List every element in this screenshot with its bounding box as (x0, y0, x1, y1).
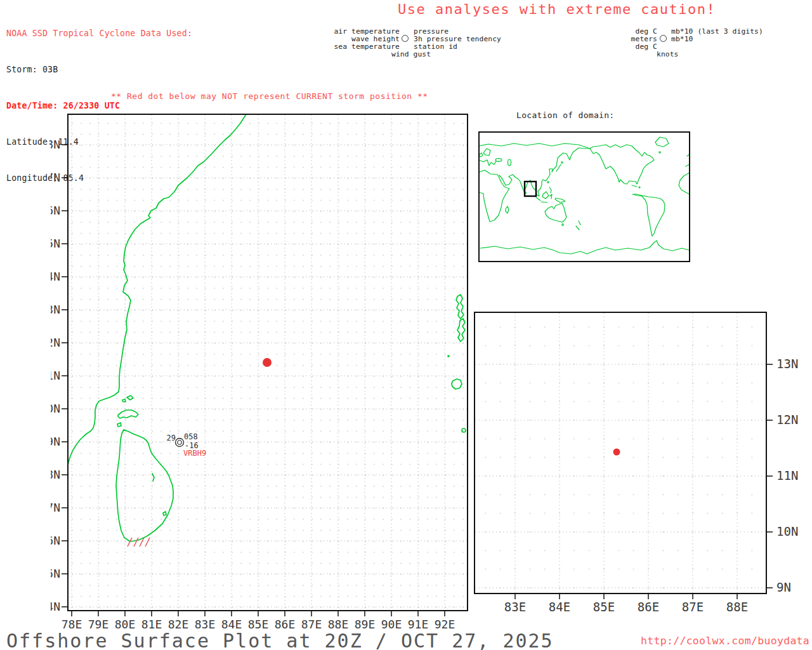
world-map-frame (479, 132, 690, 262)
x-tick-label: 89E (355, 618, 376, 631)
y-tick-label: 17N (51, 171, 60, 184)
source-url: http://coolwx.com/buoydata (641, 635, 809, 647)
y-tick-label: 16N (51, 204, 60, 217)
x-tick-label: 82E (168, 618, 189, 631)
x-tick-label: 91E (408, 618, 429, 631)
y-tick-label: 5N (51, 567, 60, 580)
inset-y-tick-label: 12N (776, 413, 798, 427)
domain-inset-title: Location of domain: (516, 110, 614, 120)
world-map-inset (476, 129, 695, 265)
zoom-inset-map: 83E 84E 85E 86E 87E 88E 13N 12N 11N 10N … (471, 308, 812, 622)
y-tick-label: 15N (51, 237, 60, 250)
inset-x-tick-label: 88E (726, 600, 748, 614)
inset-x-axis: 83E 84E 85E 86E 87E 88E (504, 600, 748, 614)
units-mb10: mb*10 (671, 35, 693, 43)
inset-x-tick-label: 86E (638, 600, 659, 614)
y-tick-label: 14N (51, 270, 60, 283)
inset-y-axis: 13N 12N 11N 10N 9N (776, 357, 798, 594)
station-circle-icon (402, 35, 409, 42)
x-tick-label: 83E (195, 618, 216, 631)
x-tick-label: 87E (301, 618, 322, 631)
main-map: 29 058 -16 VRBH9 78E 79E 80E 81E 82E 83E… (51, 102, 482, 638)
plot-title: Offshore Surface Plot at 20Z / OCT 27, 2… (6, 630, 554, 650)
units-deg-c-2: deg C (562, 43, 657, 51)
x-tick-label: 78E (62, 618, 82, 631)
inset-x-tick-label: 85E (593, 600, 615, 614)
inset-y-tick-label: 11N (776, 468, 798, 482)
storm-dot (263, 358, 272, 367)
y-tick-label: 6N (51, 534, 60, 547)
inset-y-tick-label: 9N (776, 580, 791, 594)
header-source-line: NOAA SSD Tropical Cyclone Data Used: (6, 29, 192, 38)
main-map-y-axis: 18N 17N 16N 15N 14N 13N 12N 11N 10N 9N 8… (51, 138, 60, 613)
inset-x-tick-label: 84E (549, 600, 570, 614)
x-tick-label: 85E (248, 618, 269, 631)
y-tick-label: 4N (51, 600, 60, 613)
units-circle-icon (660, 35, 667, 42)
x-tick-label: 79E (88, 618, 109, 631)
x-tick-label: 86E (275, 618, 296, 631)
main-map-x-axis: 78E 79E 80E 81E 82E 83E 84E 85E 86E 87E … (62, 618, 455, 631)
legend-sea-temperature: sea temperature (273, 43, 400, 51)
x-tick-label: 80E (115, 618, 136, 631)
inset-storm-dot (613, 449, 620, 456)
y-tick-label: 13N (51, 303, 60, 316)
x-tick-label: 90E (381, 618, 402, 631)
y-tick-label: 9N (51, 435, 60, 448)
station-id-label: VRBH9 (183, 449, 206, 458)
inset-y-tick-label: 10N (776, 524, 798, 538)
x-tick-label: 81E (141, 618, 162, 631)
caution-title: Use analyses with extreme caution! (398, 1, 716, 17)
header-storm-line: Storm: 03B (6, 65, 192, 74)
world-coastlines (479, 137, 690, 254)
station-air-temp: 29 (167, 434, 176, 442)
x-tick-label: 92E (435, 618, 455, 631)
inset-x-tick-label: 87E (682, 600, 704, 614)
y-tick-label: 18N (51, 138, 60, 151)
y-tick-label: 11N (51, 369, 60, 382)
y-tick-label: 10N (51, 402, 60, 415)
units-knots: knots (657, 50, 679, 58)
y-tick-label: 12N (51, 336, 60, 349)
inset-minor-grid-dots (475, 313, 766, 593)
station-outer-circle-icon (176, 439, 184, 447)
y-tick-label: 8N (51, 468, 60, 481)
station-pressure: 058 (184, 432, 198, 441)
inset-x-tick-label: 83E (504, 600, 526, 614)
x-tick-label: 84E (221, 618, 242, 631)
legend-wind-gust: wind gust (391, 50, 431, 58)
x-tick-label: 88E (328, 618, 349, 631)
storm-position-warning: ** Red dot below may NOT represent CURRE… (111, 91, 428, 101)
inset-y-tick-label: 13N (776, 357, 798, 371)
y-tick-label: 7N (51, 501, 60, 514)
